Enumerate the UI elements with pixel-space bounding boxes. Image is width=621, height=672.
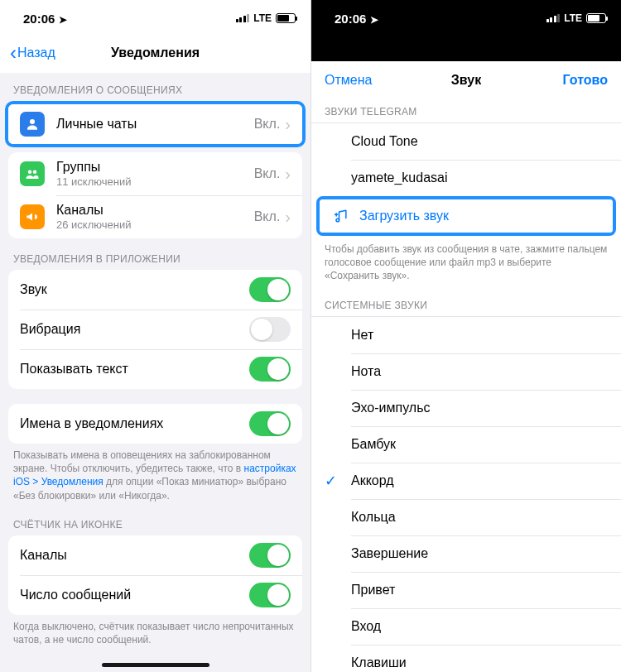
highlight-private-chats: Личные чаты Вкл. › bbox=[5, 101, 306, 147]
sound-label: Привет bbox=[351, 583, 395, 598]
row-vibration[interactable]: Вибрация bbox=[8, 310, 302, 349]
row-sound[interactable]: Звук bbox=[8, 270, 302, 310]
upload-footer: Чтобы добавить звук из сообщения в чате,… bbox=[311, 236, 621, 285]
sound-label: Клавиши bbox=[351, 655, 407, 670]
status-indicators: LTE bbox=[546, 12, 606, 24]
chevron-right-icon: › bbox=[285, 165, 291, 184]
row-private-chats[interactable]: Личные чаты Вкл. › bbox=[8, 104, 302, 144]
battery-icon bbox=[276, 13, 296, 23]
sound-option[interactable]: Вход bbox=[311, 608, 621, 645]
sound-label: Завершение bbox=[351, 546, 428, 561]
sound-picker-screen: 20:06 ➤ LTE Отмена Звук Готово ЗВУКИ TEL… bbox=[310, 0, 621, 672]
battery-icon bbox=[586, 13, 606, 23]
section-header-messages: УВЕДОМЛЕНИЯ О СООБЩЕНИЯХ bbox=[0, 73, 310, 101]
sound-label: Нет bbox=[351, 328, 373, 343]
sound-label: Бамбук bbox=[351, 437, 396, 452]
upload-sound-button[interactable]: Загрузить звук bbox=[320, 199, 613, 233]
status-time: 20:06 ➤ bbox=[335, 12, 378, 26]
modal-backdrop bbox=[311, 36, 621, 61]
row-groups[interactable]: Группы 11 исключений Вкл. › bbox=[8, 152, 302, 195]
sound-label: Нота bbox=[351, 364, 381, 379]
sound-label: Вход bbox=[351, 619, 381, 634]
row-show-text[interactable]: Показывать текст bbox=[8, 349, 302, 389]
sound-option[interactable]: Завершение bbox=[311, 535, 621, 572]
section-header-badge: СЧЁТЧИК НА ИКОНКЕ bbox=[0, 504, 310, 535]
chevron-right-icon: › bbox=[285, 208, 291, 227]
megaphone-icon bbox=[20, 204, 45, 229]
sound-option[interactable]: Нота bbox=[311, 353, 621, 390]
modal-nav: Отмена Звук Готово bbox=[311, 61, 621, 96]
settings-scroll[interactable]: УВЕДОМЛЕНИЯ О СООБЩЕНИЯХ Личные чаты Вкл… bbox=[0, 73, 310, 672]
home-indicator[interactable] bbox=[102, 663, 209, 667]
row-badge-count[interactable]: Число сообщений bbox=[8, 575, 302, 615]
modal-title: Звук bbox=[311, 73, 621, 88]
toggle-badge-count[interactable] bbox=[249, 583, 291, 607]
toggle-sound[interactable] bbox=[249, 277, 291, 302]
row-names[interactable]: Имена в уведомлениях bbox=[8, 404, 302, 444]
section-header-sys-sounds: СИСТЕМНЫЕ ЗВУКИ bbox=[311, 285, 621, 316]
toggle-vibration[interactable] bbox=[249, 317, 291, 342]
location-icon: ➤ bbox=[370, 14, 378, 26]
sound-option[interactable]: Cloud Tone bbox=[311, 123, 621, 160]
upload-note-icon bbox=[333, 208, 353, 224]
signal-icon bbox=[546, 14, 561, 22]
toggle-show-text[interactable] bbox=[249, 357, 291, 382]
notifications-settings-screen: 20:06 ➤ LTE ‹ Назад Уведомления УВЕДОМЛЕ… bbox=[0, 0, 310, 672]
signal-icon bbox=[236, 14, 250, 22]
sound-option[interactable]: Клавиши bbox=[311, 645, 621, 672]
sound-option[interactable]: ✓Аккорд bbox=[311, 463, 621, 499]
sound-option[interactable]: Бамбук bbox=[311, 426, 621, 463]
svg-point-3 bbox=[336, 218, 339, 222]
row-value: Вкл. bbox=[254, 117, 281, 132]
names-footer: Показывать имена в оповещениях на заблок… bbox=[0, 444, 310, 504]
status-indicators: LTE bbox=[236, 12, 296, 24]
row-channels[interactable]: Каналы 26 исключений Вкл. › bbox=[8, 195, 302, 238]
svg-point-2 bbox=[33, 170, 37, 175]
status-bar: 20:06 ➤ LTE bbox=[0, 0, 310, 36]
tg-sounds-group: Cloud Tone yamete_kudasai bbox=[311, 122, 621, 196]
sound-option[interactable]: Привет bbox=[311, 572, 621, 608]
sound-option[interactable]: Нет bbox=[311, 317, 621, 353]
sound-label: Аккорд bbox=[351, 473, 394, 488]
network-label: LTE bbox=[253, 12, 272, 24]
status-bar: 20:06 ➤ LTE bbox=[311, 0, 621, 36]
status-time: 20:06 ➤ bbox=[23, 12, 67, 26]
person-icon bbox=[20, 112, 45, 137]
page-title: Уведомления bbox=[0, 46, 310, 60]
chevron-right-icon: › bbox=[285, 115, 291, 134]
section-header-inapp: УВЕДОМЛЕНИЯ В ПРИЛОЖЕНИИ bbox=[0, 238, 310, 270]
highlight-upload-sound: Загрузить звук bbox=[316, 196, 616, 236]
system-sounds-group: НетНотаЭхо-импульсБамбук✓АккордКольцаЗав… bbox=[311, 316, 621, 672]
row-badge-channels[interactable]: Каналы bbox=[8, 535, 302, 575]
location-icon: ➤ bbox=[59, 14, 67, 26]
svg-point-0 bbox=[30, 119, 35, 124]
network-label: LTE bbox=[564, 12, 582, 24]
group-icon bbox=[20, 161, 45, 186]
toggle-names[interactable] bbox=[249, 411, 291, 436]
toggle-badge-channels[interactable] bbox=[249, 543, 291, 568]
svg-point-1 bbox=[28, 170, 32, 175]
badge-footer: Когда выключено, счётчик показывает числ… bbox=[0, 615, 310, 648]
sound-label: Кольца bbox=[351, 510, 396, 525]
modal-sheet: Отмена Звук Готово ЗВУКИ TELEGRAM Cloud … bbox=[311, 61, 621, 672]
nav-bar: ‹ Назад Уведомления bbox=[0, 36, 310, 73]
sound-label: Эхо-импульс bbox=[351, 401, 430, 415]
sound-option[interactable]: yamete_kudasai bbox=[311, 160, 621, 196]
sound-option[interactable]: Кольца bbox=[311, 499, 621, 535]
checkmark-icon: ✓ bbox=[325, 472, 337, 490]
section-header-tg-sounds: ЗВУКИ TELEGRAM bbox=[311, 96, 621, 122]
sound-scroll[interactable]: ЗВУКИ TELEGRAM Cloud Tone yamete_kudasai… bbox=[311, 96, 621, 672]
sound-option[interactable]: Эхо-импульс bbox=[311, 390, 621, 426]
